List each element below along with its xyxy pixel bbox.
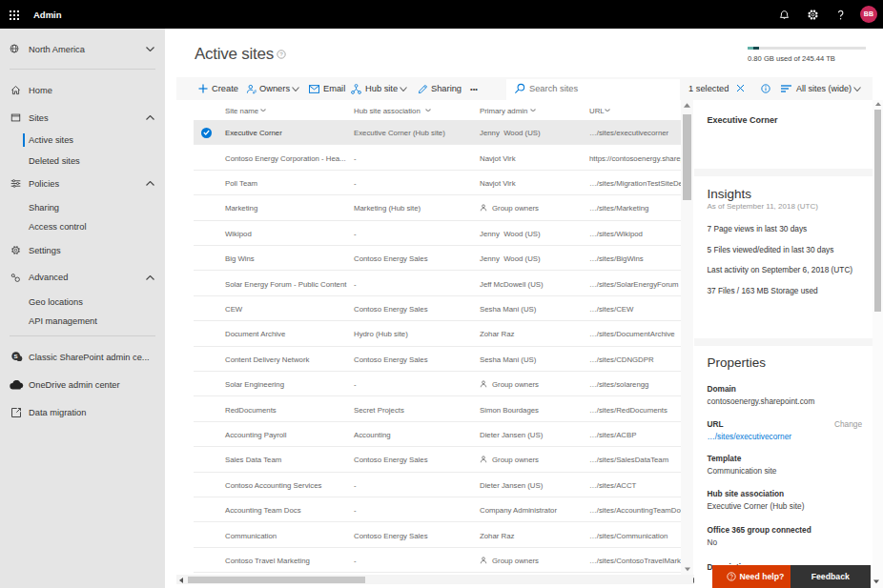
svg-text:?: ?: [279, 51, 283, 57]
svg-text:S: S: [13, 353, 17, 359]
